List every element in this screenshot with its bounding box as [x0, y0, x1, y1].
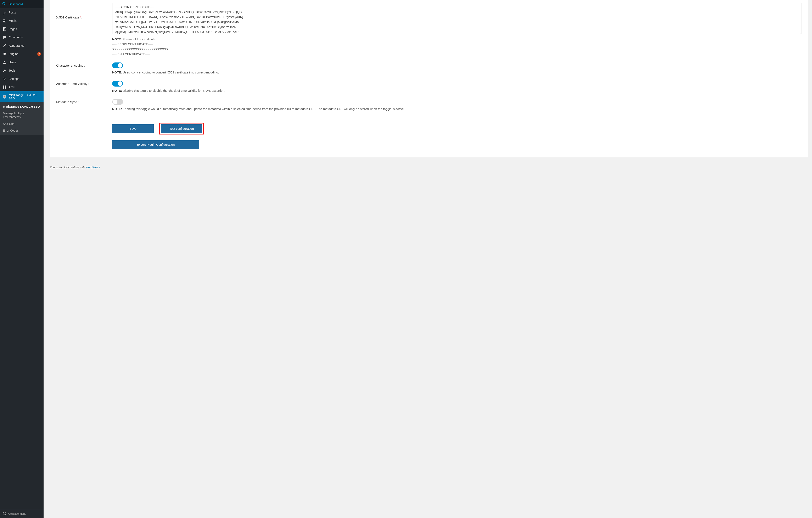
- submenu-addons[interactable]: Add-Ons: [0, 120, 44, 127]
- svg-point-11: [3, 512, 6, 515]
- svg-rect-5: [3, 85, 4, 87]
- comments-icon: [2, 35, 7, 39]
- svg-rect-6: [5, 85, 6, 87]
- submenu-error-codes[interactable]: Error Codes: [0, 127, 44, 134]
- note-prefix: NOTE:: [112, 37, 122, 41]
- collapse-icon: [2, 512, 6, 516]
- cert-note: NOTE: Format of the certificate: -----BE…: [112, 37, 802, 57]
- media-icon: [2, 19, 7, 23]
- update-badge: 2: [37, 52, 41, 56]
- encoding-toggle[interactable]: [112, 62, 123, 68]
- row-certificate: X.509 Certificate *: NOTE: Format of the…: [56, 0, 802, 60]
- menu-label: Plugins: [9, 52, 35, 56]
- pages-icon: [2, 27, 7, 31]
- cert-label-text: X.509 Certificate: [56, 16, 80, 19]
- menu-users[interactable]: Users: [0, 58, 44, 66]
- cert-textarea[interactable]: [112, 3, 802, 34]
- menu-posts[interactable]: Posts: [0, 8, 44, 17]
- note-prefix: NOTE:: [112, 71, 122, 74]
- note-text: Format of the certificate:: [122, 37, 156, 41]
- submenu-environments[interactable]: Manage Multiple Environments: [0, 110, 44, 120]
- assertion-toggle[interactable]: [112, 81, 123, 86]
- footer-text: .: [100, 166, 100, 169]
- collapse-menu[interactable]: Collapse menu: [0, 509, 44, 518]
- menu-comments[interactable]: Comments: [0, 33, 44, 42]
- export-config-button[interactable]: Export Plugin Configuration: [112, 140, 199, 149]
- test-highlight: Test configuration: [159, 122, 204, 135]
- settings-card: X.509 Certificate *: NOTE: Format of the…: [50, 0, 808, 157]
- menu-plugins[interactable]: Plugins 2: [0, 50, 44, 58]
- note-line: XXXXXXXXXXXXXXXXXXXXXXXXXXX: [112, 47, 168, 51]
- menu-label: Pages: [9, 27, 41, 31]
- menu-miniorange-saml[interactable]: miniOrange SAML 2.0 SSO: [0, 91, 44, 102]
- svg-point-1: [4, 61, 5, 62]
- menu-label: Comments: [9, 36, 41, 39]
- grid-icon: [2, 85, 7, 89]
- menu-label: Tools: [9, 69, 41, 72]
- submenu: miniOrange SAML 2.0 SSO Manage Multiple …: [0, 102, 44, 135]
- row-assertion-time: Assertion Time Validity : NOTE: Disable …: [56, 78, 802, 96]
- wordpress-link[interactable]: WordPress: [85, 166, 100, 169]
- admin-sidebar: Dashboard Posts Media Pages Comments App…: [0, 0, 44, 518]
- encoding-note: NOTE: Uses iconv encoding to convert X50…: [112, 70, 802, 75]
- menu-label: Media: [9, 19, 41, 22]
- brush-icon: [2, 44, 7, 48]
- content-area: X.509 Certificate *: NOTE: Format of the…: [44, 0, 812, 518]
- collapse-label: Collapse menu: [8, 512, 26, 515]
- menu-label: Appearance: [9, 44, 41, 47]
- svg-point-2: [3, 77, 4, 78]
- sliders-icon: [2, 77, 7, 81]
- svg-point-4: [4, 80, 5, 80]
- menu-label: Dashboard: [9, 2, 41, 6]
- menu-label: Posts: [9, 11, 41, 14]
- required-mark: *: [80, 16, 81, 19]
- menu-label: ACF: [9, 85, 41, 89]
- save-button[interactable]: Save: [112, 124, 154, 133]
- test-config-button[interactable]: Test configuration: [161, 124, 202, 133]
- svg-point-10: [4, 96, 5, 97]
- pin-icon: [2, 10, 7, 15]
- submenu-main[interactable]: miniOrange SAML 2.0 SSO: [0, 103, 44, 110]
- msync-note: NOTE: Enabling this toggle would automat…: [112, 106, 802, 111]
- msync-label: Metadata Sync :: [56, 99, 112, 104]
- menu-label: miniOrange SAML 2.0 SSO: [9, 93, 41, 100]
- svg-point-3: [5, 78, 6, 79]
- note-text: Uses iconv encoding to convert X509 cert…: [122, 71, 219, 74]
- note-line: -----END CERTIFICATE-----: [112, 52, 150, 56]
- encoding-label: Character encoding :: [56, 62, 112, 67]
- svg-rect-7: [3, 87, 4, 89]
- assertion-label: Assertion Time Validity :: [56, 81, 112, 85]
- wrench-icon: [2, 69, 7, 73]
- svg-point-0: [5, 21, 5, 22]
- menu-dashboard[interactable]: Dashboard: [0, 0, 44, 8]
- note-prefix: NOTE:: [112, 107, 122, 111]
- note-prefix: NOTE:: [112, 89, 122, 92]
- note-text: Disable this toggle to disable the check…: [122, 89, 225, 92]
- footer-text: Thank you for creating with: [50, 166, 85, 169]
- msync-toggle[interactable]: [112, 99, 123, 105]
- button-row: Save Test configuration Export Plugin Co…: [112, 122, 802, 149]
- menu-label: Users: [9, 61, 41, 64]
- menu-label: Settings: [9, 77, 41, 81]
- user-icon: [2, 60, 7, 64]
- plug-icon: [2, 52, 7, 56]
- menu-appearance[interactable]: Appearance: [0, 42, 44, 50]
- footer: Thank you for creating with WordPress.: [50, 166, 806, 169]
- row-metadata-sync: Metadata Sync : NOTE: Enabling this togg…: [56, 96, 802, 114]
- menu-pages[interactable]: Pages: [0, 25, 44, 33]
- menu-tools[interactable]: Tools: [0, 66, 44, 75]
- row-encoding: Character encoding : NOTE: Uses iconv en…: [56, 60, 802, 78]
- cert-label: X.509 Certificate *:: [56, 3, 112, 19]
- menu-acf[interactable]: ACF: [0, 83, 44, 91]
- miniorange-icon: [2, 94, 7, 99]
- note-line: -----BEGIN CERTIFICATE-----: [112, 42, 153, 46]
- menu-media[interactable]: Media: [0, 17, 44, 25]
- assertion-note: NOTE: Disable this toggle to disable the…: [112, 88, 802, 93]
- note-text: Enabling this toggle would automatically…: [122, 107, 405, 111]
- dashboard-icon: [2, 2, 7, 6]
- menu-settings[interactable]: Settings: [0, 75, 44, 83]
- svg-rect-8: [5, 87, 6, 89]
